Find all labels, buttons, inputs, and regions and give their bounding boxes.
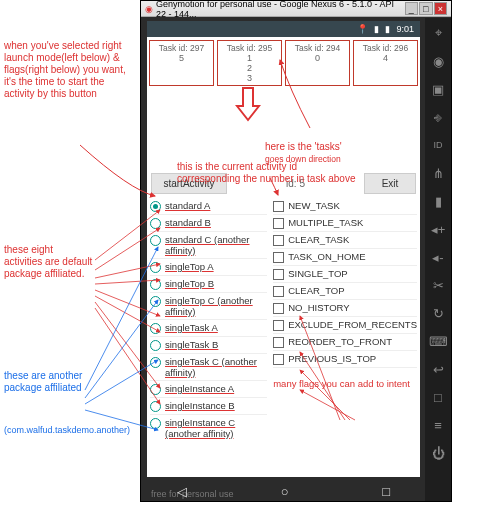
flag-task-on-home[interactable]: TASK_ON_HOME bbox=[273, 249, 417, 266]
anno-another-pkg: these are another package affiliated bbox=[4, 370, 84, 394]
capture-icon[interactable]: ▣ bbox=[432, 80, 444, 98]
back-icon[interactable]: ↩ bbox=[433, 360, 444, 378]
window-max-button[interactable]: □ bbox=[419, 2, 432, 15]
launch-mode-standard-c[interactable]: standard C (another affinity) bbox=[150, 232, 267, 259]
anno-pkg-name: (com.walfud.taskdemo.another) bbox=[4, 424, 134, 436]
remote-icon[interactable]: ⎆ bbox=[434, 108, 442, 126]
battery-icon: ▮ bbox=[385, 24, 390, 34]
window-close-button[interactable]: × bbox=[434, 2, 447, 15]
radio-icon bbox=[150, 235, 161, 246]
radio-icon bbox=[150, 279, 161, 290]
android-navbar: ◁ ○ □ bbox=[147, 481, 420, 501]
launch-mode-singleinstance-c[interactable]: singleInstance C (another affinity) bbox=[150, 415, 267, 441]
checkbox-icon bbox=[273, 320, 284, 331]
launch-modes-list: standard A standard B standard C (anothe… bbox=[147, 198, 270, 490]
checkbox-icon bbox=[273, 303, 284, 314]
power-icon[interactable]: ⏻ bbox=[432, 444, 445, 462]
flag-clear-top[interactable]: CLEAR_TOP bbox=[273, 283, 417, 300]
launch-mode-singleinstance-a[interactable]: singleInstance A bbox=[150, 381, 267, 398]
vol-up-icon[interactable]: ◂+ bbox=[431, 220, 446, 238]
emulator-window: ◉ Genymotion for personal use - Google N… bbox=[140, 0, 452, 502]
checkbox-icon bbox=[273, 337, 284, 348]
checkbox-icon bbox=[273, 286, 284, 297]
launch-mode-singleinstance-b[interactable]: singleInstance B bbox=[150, 398, 267, 415]
device-screen: 📍 ▮ ▮ 9:01 Task id: 297 5 Task id: 295 1… bbox=[147, 21, 420, 477]
radio-icon bbox=[150, 418, 161, 429]
tasks-row: Task id: 297 5 Task id: 295 1 2 3 Task i… bbox=[147, 37, 420, 89]
checkbox-icon bbox=[273, 235, 284, 246]
checkbox-icon bbox=[273, 269, 284, 280]
window-title: Genymotion for personal use - Google Nex… bbox=[156, 0, 404, 19]
radio-icon bbox=[150, 401, 161, 412]
launch-mode-singletask-b[interactable]: singleTask B bbox=[150, 337, 267, 354]
radio-icon bbox=[150, 357, 161, 368]
genymotion-icon: ◉ bbox=[145, 4, 153, 14]
checkbox-icon bbox=[273, 354, 284, 365]
header-area: here is the 'tasks' goes down direction … bbox=[147, 89, 420, 171]
rotate-icon[interactable]: ↻ bbox=[433, 304, 444, 322]
checkbox-icon bbox=[273, 201, 284, 212]
anno-default-pkg: these eight activities are default packa… bbox=[4, 244, 94, 280]
radio-icon bbox=[150, 218, 161, 229]
menu-icon[interactable]: ≡ bbox=[434, 416, 442, 434]
status-time: 9:01 bbox=[396, 24, 414, 34]
nav-home-icon[interactable]: ○ bbox=[281, 484, 289, 499]
window-titlebar: ◉ Genymotion for personal use - Google N… bbox=[141, 1, 451, 17]
task-box-297: Task id: 297 5 bbox=[149, 40, 214, 86]
anno-flags: many flags you can add to intent bbox=[273, 378, 417, 390]
task-box-294: Task id: 294 0 bbox=[285, 40, 350, 86]
launch-mode-singletop-b[interactable]: singleTop B bbox=[150, 276, 267, 293]
anno-start-hint: when you've selected right launch mode(l… bbox=[4, 40, 130, 100]
flag-exclude-recents[interactable]: EXCLUDE_FROM_RECENTS bbox=[273, 317, 417, 334]
nav-back-icon[interactable]: ◁ bbox=[177, 484, 187, 499]
flag-new-task[interactable]: NEW_TASK bbox=[273, 198, 417, 215]
radio-icon bbox=[150, 296, 161, 307]
checkbox-icon bbox=[273, 218, 284, 229]
location-icon: 📍 bbox=[357, 24, 368, 34]
anno-current-id: this is the current activity id correspo… bbox=[177, 161, 417, 185]
flag-previous-is-top[interactable]: PREVIOUS_IS_TOP bbox=[273, 351, 417, 368]
flag-multiple-task[interactable]: MULTIPLE_TASK bbox=[273, 215, 417, 232]
checkbox-icon bbox=[273, 252, 284, 263]
task-box-296: Task id: 296 4 bbox=[353, 40, 418, 86]
radio-icon bbox=[150, 323, 161, 334]
flag-reorder-to-front[interactable]: REORDER_TO_FRONT bbox=[273, 334, 417, 351]
nav-recent-icon[interactable]: □ bbox=[382, 484, 390, 499]
genymotion-sidebar: ⌖ ◉ ▣ ⎆ ID ⋔ ▮ ◂+ ◂- ✂ ↻ ⌨ ↩ □ ≡ ⏻ bbox=[425, 18, 451, 501]
android-statusbar: 📍 ▮ ▮ 9:01 bbox=[147, 21, 420, 37]
launch-mode-standard-a[interactable]: standard A bbox=[150, 198, 267, 215]
down-arrow-icon bbox=[235, 86, 261, 122]
keys-icon[interactable]: ⌨ bbox=[429, 332, 448, 350]
signal-icon: ▮ bbox=[374, 24, 379, 34]
gps-icon[interactable]: ⌖ bbox=[435, 24, 442, 42]
window-min-button[interactable]: _ bbox=[405, 2, 418, 15]
home-icon[interactable]: □ bbox=[434, 388, 442, 406]
rss-icon[interactable]: ⋔ bbox=[433, 164, 444, 182]
radio-icon bbox=[150, 201, 161, 212]
flag-clear-task[interactable]: CLEAR_TASK bbox=[273, 232, 417, 249]
launch-mode-singletask-a[interactable]: singleTask A bbox=[150, 320, 267, 337]
flag-single-top[interactable]: SINGLE_TOP bbox=[273, 266, 417, 283]
launch-mode-standard-b[interactable]: standard B bbox=[150, 215, 267, 232]
flag-no-history[interactable]: NO_HISTORY bbox=[273, 300, 417, 317]
launch-mode-singletop-a[interactable]: singleTop A bbox=[150, 259, 267, 276]
radio-icon bbox=[150, 340, 161, 351]
vol-down-icon[interactable]: ◂- bbox=[432, 248, 443, 266]
radio-icon bbox=[150, 384, 161, 395]
launch-mode-singletask-c[interactable]: singleTask C (another affinity) bbox=[150, 354, 267, 381]
camera-icon[interactable]: ◉ bbox=[433, 52, 444, 70]
id-icon[interactable]: ID bbox=[434, 136, 443, 154]
radio-icon bbox=[150, 262, 161, 273]
scissors-icon[interactable]: ✂ bbox=[433, 276, 444, 294]
task-box-295: Task id: 295 1 2 3 bbox=[217, 40, 282, 86]
launch-mode-singletop-c[interactable]: singleTop C (another affinity) bbox=[150, 293, 267, 320]
intent-flags-list: NEW_TASK MULTIPLE_TASK CLEAR_TASK TASK_O… bbox=[270, 198, 420, 490]
battery-icon[interactable]: ▮ bbox=[435, 192, 442, 210]
